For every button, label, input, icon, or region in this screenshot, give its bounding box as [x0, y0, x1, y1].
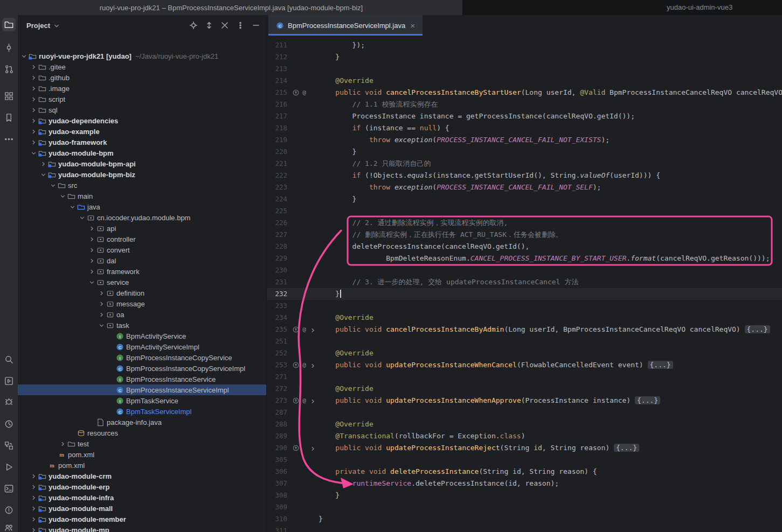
tree-item-service[interactable]: service	[18, 277, 266, 288]
services-icon[interactable]	[2, 439, 16, 452]
tree-item-yudao-dependencies[interactable]: yudao-dependencies	[18, 115, 266, 126]
tree-item-yudao-module-mall[interactable]: yudao-module-mall	[18, 503, 266, 514]
tree-item-yudao-example[interactable]: yudao-example	[18, 126, 266, 137]
tree-item-yudao-module-bpm[interactable]: yudao-module-bpm	[18, 148, 266, 158]
tree-item-yudao-framework[interactable]: yudao-framework	[18, 137, 266, 148]
tree-item-message[interactable]: message	[18, 298, 266, 309]
folded-region[interactable]: {...}	[635, 396, 660, 404]
chevron-right-icon[interactable]	[30, 74, 37, 81]
tree-item-framework[interactable]: framework	[18, 266, 266, 277]
chevron-down-icon[interactable]	[98, 322, 105, 329]
more-tool-windows-icon[interactable]	[2, 132, 16, 146]
collapse-all-icon[interactable]	[220, 20, 230, 30]
tree-item-task[interactable]: task	[18, 320, 266, 331]
chevron-down-icon[interactable]	[53, 20, 60, 30]
chevron-right-icon[interactable]	[30, 505, 37, 512]
tree-item-test[interactable]: test	[18, 438, 266, 449]
tree-item-gitee[interactable]: .gitee	[18, 61, 266, 72]
problems-icon[interactable]	[2, 503, 16, 517]
override-icon[interactable]	[292, 362, 299, 369]
chevron-down-icon[interactable]	[88, 279, 95, 286]
terminal-icon[interactable]	[2, 482, 16, 495]
chevron-down-icon[interactable]	[59, 193, 66, 200]
chevron-right-icon[interactable]	[30, 484, 37, 491]
annotation-marker-icon[interactable]: @	[301, 326, 308, 333]
tree-item-dal[interactable]: dal	[18, 255, 266, 266]
chevron-right-icon[interactable]	[88, 247, 95, 254]
run-icon[interactable]	[2, 460, 16, 474]
fold-icon[interactable]	[309, 326, 316, 333]
profiler-icon[interactable]	[2, 417, 16, 431]
override-icon[interactable]	[292, 326, 299, 333]
annotation-marker-icon[interactable]: @	[301, 362, 308, 369]
close-tab-icon[interactable]: ×	[409, 21, 416, 30]
chevron-down-icon[interactable]	[68, 204, 76, 211]
tree-item-yudao-module-bpm-biz[interactable]: yudao-module-bpm-biz	[18, 169, 266, 180]
tree-item-bpmprocessinstancecopyservice[interactable]: IBpmProcessInstanceCopyService	[18, 352, 266, 363]
chevron-down-icon[interactable]	[30, 150, 37, 157]
tree-item-convert[interactable]: convert	[18, 244, 266, 255]
tree-item-cn-iocoder-yudao-module-bpm[interactable]: cn.iocoder.yudao.module.bpm	[18, 212, 266, 223]
chevron-down-icon[interactable]	[20, 53, 27, 60]
chevron-right-icon[interactable]	[39, 160, 47, 167]
tree-item-api[interactable]: api	[18, 223, 266, 234]
tree-item-oa[interactable]: oa	[18, 309, 266, 320]
expand-all-icon[interactable]	[204, 20, 214, 30]
hide-panel-icon[interactable]	[251, 20, 261, 30]
chevron-right-icon[interactable]	[30, 139, 37, 146]
chevron-down-icon[interactable]	[39, 171, 47, 178]
run-configurations-icon[interactable]	[2, 374, 16, 388]
chevron-right-icon[interactable]	[30, 107, 37, 114]
chevron-right-icon[interactable]	[30, 85, 37, 92]
debug-icon[interactable]	[2, 395, 16, 408]
tree-item-bpmprocessinstanceservice[interactable]: IBpmProcessInstanceService	[18, 374, 266, 384]
chevron-down-icon[interactable]	[78, 214, 86, 221]
tree-item-yudao-module-mp[interactable]: yudao-module-mp	[18, 524, 266, 532]
tree-item-ruoyi-vue-pro-jdk21-yudao[interactable]: ruoyi-vue-pro-jdk21 [yudao]~/Java/ruoyi-…	[18, 51, 266, 61]
tree-item-bpmtaskserviceimpl[interactable]: CBpmTaskServiceImpl	[18, 406, 266, 417]
override-icon[interactable]	[292, 445, 299, 452]
tree-item-github[interactable]: .github	[18, 72, 266, 83]
tree-item-yudao-module-bpm-api[interactable]: yudao-module-bpm-api	[18, 158, 266, 169]
chevron-right-icon[interactable]	[98, 300, 105, 307]
project-panel-title[interactable]: Project	[26, 22, 50, 30]
tree-item-main[interactable]: main	[18, 191, 266, 201]
chevron-right-icon[interactable]	[59, 440, 66, 447]
pull-requests-icon[interactable]	[2, 62, 16, 76]
chevron-right-icon[interactable]	[98, 311, 105, 318]
more-options-icon[interactable]	[236, 20, 245, 30]
bookmarks-icon[interactable]	[2, 111, 16, 124]
tree-item-resources[interactable]: resources	[18, 428, 266, 438]
chevron-right-icon[interactable]	[30, 527, 37, 532]
tree-item-bpmprocessinstanceserviceimpl[interactable]: CBpmProcessInstanceServiceImpl	[18, 384, 266, 395]
editor-tab[interactable]: C BpmProcessInstanceServiceImpl.java ×	[268, 15, 423, 36]
chevron-right-icon[interactable]	[30, 494, 37, 501]
tree-item-controller[interactable]: controller	[18, 234, 266, 244]
tree-item-sql[interactable]: sql	[18, 104, 266, 115]
structure-icon[interactable]	[2, 89, 16, 103]
chevron-right-icon[interactable]	[98, 290, 105, 297]
tree-item-yudao-module-infra[interactable]: yudao-module-infra	[18, 492, 266, 503]
fold-icon[interactable]	[309, 361, 316, 368]
code-area[interactable]: 211 });212 }213214 @Override215@ public …	[267, 36, 782, 532]
chevron-right-icon[interactable]	[88, 236, 95, 243]
tree-item-yudao-module-member[interactable]: yudao-module-member	[18, 514, 266, 524]
tree-item-package-info-java[interactable]: package-info.java	[18, 417, 266, 428]
commit-icon[interactable]	[2, 41, 16, 54]
tree-item-bpmprocessinstancecopyserviceimpl[interactable]: CBpmProcessInstanceCopyServiceImpl	[18, 363, 266, 374]
chevron-right-icon[interactable]	[30, 516, 37, 523]
chevron-right-icon[interactable]	[30, 64, 37, 71]
code-with-me-icon[interactable]	[2, 521, 16, 532]
tree-item-yudao-module-crm[interactable]: yudao-module-crm	[18, 471, 266, 481]
tree-item-bpmactivityserviceimpl[interactable]: CBpmActivityServiceImpl	[18, 341, 266, 352]
override-icon[interactable]	[292, 89, 299, 96]
tree-item-yudao-module-erp[interactable]: yudao-module-erp	[18, 481, 266, 492]
chevron-right-icon[interactable]	[30, 117, 37, 124]
locate-file-icon[interactable]	[189, 20, 198, 30]
override-icon[interactable]	[292, 397, 299, 404]
search-icon[interactable]	[2, 353, 16, 366]
fold-icon[interactable]	[309, 444, 316, 451]
chevron-right-icon[interactable]	[88, 225, 95, 232]
chevron-right-icon[interactable]	[88, 257, 95, 264]
tree-item-image[interactable]: .image	[18, 83, 266, 94]
